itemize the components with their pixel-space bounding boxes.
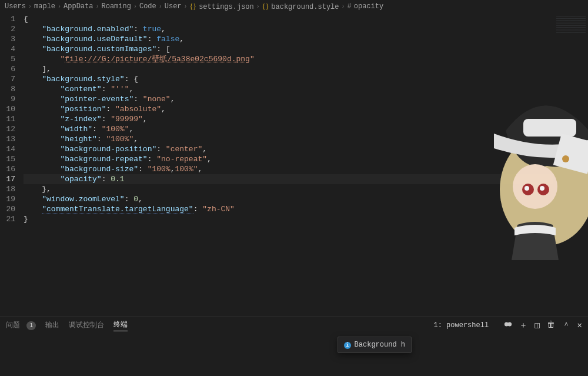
code-line[interactable]: }, xyxy=(24,184,553,194)
tab-debug-console[interactable]: 调试控制台 xyxy=(69,320,104,330)
breadcrumb-separator-icon: › xyxy=(95,4,99,10)
code-line[interactable]: "background-position": "center", xyxy=(24,144,553,154)
line-number: 16 xyxy=(0,164,15,174)
breadcrumb-separator-icon: › xyxy=(159,4,162,10)
breadcrumb[interactable]: Users›maple›AppData›Roaming›Code›User›se… xyxy=(0,0,588,13)
breadcrumb-item[interactable]: background.style xyxy=(262,2,339,11)
code-line[interactable]: "z-index": "99999", xyxy=(24,114,553,124)
svg-point-10 xyxy=(507,322,512,326)
code-line[interactable]: "background.useDefault": false, xyxy=(24,34,553,44)
notification-toast[interactable]: iBackground h xyxy=(338,337,412,353)
minimap-thumb[interactable] xyxy=(556,15,586,33)
line-number: 19 xyxy=(0,194,15,204)
line-number: 8 xyxy=(0,84,15,94)
line-number: 12 xyxy=(0,124,15,134)
tab-problems-label: 问题 xyxy=(6,321,20,330)
panel-tab-bar: 问题 1 输出 调试控制台 终端 1: powershell ＋ ◫ 🗑 ＾ ✕ xyxy=(0,317,588,333)
kill-terminal-icon[interactable]: 🗑 xyxy=(547,320,555,331)
code-line[interactable]: "background.customImages": [ xyxy=(24,44,553,54)
line-number: 1 xyxy=(0,14,15,24)
code-line[interactable]: "content": "''", xyxy=(24,84,553,94)
code-line[interactable]: "width": "100%", xyxy=(24,124,553,134)
info-icon: i xyxy=(344,342,351,349)
code-line[interactable]: ], xyxy=(24,64,553,74)
split-terminal-icon[interactable]: ◫ xyxy=(534,320,539,331)
line-number: 6 xyxy=(0,64,15,74)
breadcrumb-separator-icon: › xyxy=(58,4,61,10)
notification-text: Background h xyxy=(355,341,405,349)
line-number: 3 xyxy=(0,34,15,44)
breadcrumb-item[interactable]: Users xyxy=(5,2,26,11)
breadcrumb-item[interactable]: maple xyxy=(34,2,55,11)
tab-output[interactable]: 输出 xyxy=(45,320,59,330)
line-number: 21 xyxy=(0,214,15,224)
code-content[interactable]: { "background.enabled": true, "backgroun… xyxy=(24,13,553,313)
code-line[interactable]: "position": "absolute", xyxy=(24,104,553,114)
code-line[interactable]: "file:///G:/picture/壁纸/5a38e02c5690d.png… xyxy=(24,54,553,64)
terminal-selector[interactable]: 1: powershell xyxy=(434,321,489,330)
tab-problems[interactable]: 问题 1 xyxy=(6,320,36,330)
code-line[interactable]: "background.enabled": true, xyxy=(24,24,553,34)
breadcrumb-item[interactable]: settings.json xyxy=(190,2,254,11)
breadcrumb-item[interactable]: opacity xyxy=(348,2,384,11)
problems-badge: 1 xyxy=(26,321,36,330)
code-line[interactable]: "background.style": { xyxy=(24,74,553,84)
line-number: 2 xyxy=(0,24,15,34)
breadcrumb-item[interactable]: Roaming xyxy=(102,2,131,11)
breadcrumb-separator-icon: › xyxy=(28,4,32,10)
breadcrumb-item[interactable]: Code xyxy=(139,2,156,11)
line-number: 18 xyxy=(0,184,15,194)
code-line[interactable]: "commentTranslate.targetLanguage": "zh-C… xyxy=(24,204,553,214)
line-number: 17 xyxy=(0,174,15,184)
line-number: 15 xyxy=(0,154,15,164)
breadcrumb-separator-icon: › xyxy=(256,4,260,10)
code-line[interactable]: "background-repeat": "no-repeat", xyxy=(24,154,553,164)
terminal-body[interactable]: iBackground h xyxy=(0,333,588,375)
line-number: 11 xyxy=(0,114,15,124)
close-panel-icon[interactable]: ✕ xyxy=(577,320,582,331)
breadcrumb-separator-icon: › xyxy=(342,4,345,10)
code-line[interactable]: "window.zoomLevel": 0, xyxy=(24,194,553,204)
line-number: 5 xyxy=(0,54,15,64)
line-number: 13 xyxy=(0,134,15,144)
breadcrumb-separator-icon: › xyxy=(133,4,137,10)
breadcrumb-separator-icon: › xyxy=(184,4,188,10)
line-number: 10 xyxy=(0,104,15,114)
code-line[interactable]: "background-size": "100%,100%", xyxy=(24,164,553,174)
minimap[interactable] xyxy=(553,13,588,313)
code-line[interactable]: "pointer-events": "none", xyxy=(24,94,553,104)
new-terminal-icon[interactable]: ＋ xyxy=(519,320,527,331)
code-line[interactable]: "opacity": 0.1 xyxy=(24,174,553,184)
breadcrumb-item[interactable]: AppData xyxy=(64,2,93,11)
code-line[interactable]: } xyxy=(24,214,553,224)
line-number-gutter: 123456789101112131415161718192021 xyxy=(0,13,24,313)
code-line[interactable]: { xyxy=(24,14,553,24)
tab-terminal[interactable]: 终端 xyxy=(113,320,128,331)
line-number: 4 xyxy=(0,44,15,54)
maximize-panel-icon[interactable]: ＾ xyxy=(562,320,570,331)
breadcrumb-item[interactable]: User xyxy=(165,2,182,11)
line-number: 9 xyxy=(0,94,15,104)
book-icon[interactable] xyxy=(504,320,512,331)
line-number: 14 xyxy=(0,144,15,154)
line-number: 7 xyxy=(0,74,15,84)
line-number: 20 xyxy=(0,204,15,214)
editor-area[interactable]: 123456789101112131415161718192021 { "bac… xyxy=(0,13,588,313)
code-line[interactable]: "height": "100%", xyxy=(24,134,553,144)
